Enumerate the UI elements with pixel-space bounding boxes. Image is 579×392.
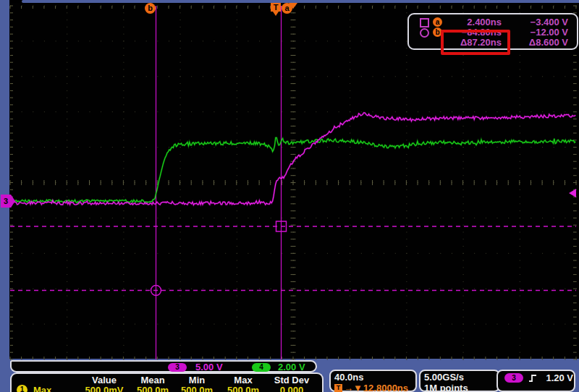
measurement-source-badge[interactable]: 1: [17, 385, 28, 392]
meas-header-mean: Mean: [127, 375, 178, 385]
trigger-position-icon: [289, 3, 297, 9]
rising-edge-icon: [528, 373, 538, 383]
cursor-a-volt: −3.400 V: [503, 17, 568, 27]
trigger-level-value: 1.20 V: [541, 372, 573, 383]
record-length: 1M points: [424, 383, 499, 392]
channel-4-badge[interactable]: 4: [252, 363, 271, 372]
delay-arrow-icon: →▼: [344, 383, 363, 392]
meas-value: 500.0mV: [77, 385, 132, 392]
sample-rate: 5.00GS/s: [424, 372, 499, 383]
cursor-a-square-icon: [420, 18, 429, 27]
timebase-scale: 40.0ns: [334, 372, 415, 383]
meas-header-stddev: Std Dev: [266, 375, 317, 385]
meas-stddev: 0.000: [264, 385, 319, 392]
trigger-level-arrow-icon[interactable]: [569, 189, 576, 197]
trigger-source-badge: 3: [504, 373, 523, 383]
meas-header-value: Value: [79, 375, 130, 385]
meas-header-min: Min: [172, 375, 222, 385]
meas-max: 500.0m: [216, 385, 271, 392]
cursor-b-circle-icon: [420, 28, 429, 38]
trigger-t-flag: T: [271, 3, 281, 12]
timebase-delay-row: T→▼12.8000ns: [334, 383, 415, 392]
timebase-delay: 12.8000ns: [363, 383, 408, 392]
channel-scale-bar: 3 5.00 V 4 2.00 V: [10, 360, 317, 372]
cursor-delta-volt: Δ8.600 V: [503, 38, 568, 48]
horizontal-settings-box[interactable]: 40.0ns T→▼12.8000ns: [329, 370, 417, 392]
waveform-display: [0, 0, 579, 392]
acquisition-box[interactable]: 5.00GS/s 1M points: [419, 370, 500, 392]
measurement-table: Value Mean Min Max Std Dev 1 Max 500.0mV…: [10, 372, 324, 392]
cursor-a-time: 2.400ns: [442, 17, 502, 27]
meas-header-max: Max: [218, 375, 269, 385]
highlight-annotation-rectangle: [441, 30, 510, 55]
trigger-settings-box[interactable]: 3 1.20 V: [496, 370, 575, 392]
cursor-b-volt: −12.00 V: [503, 27, 568, 38]
measurement-name[interactable]: Max: [33, 385, 51, 392]
trigger-t-icon: T: [334, 384, 342, 392]
cursor-b-marker[interactable]: b: [145, 3, 156, 14]
oscilloscope-screen: b T a 3 a 2.400ns −3.400 V b −84.80ns −1…: [0, 0, 579, 392]
channel-4-scale[interactable]: 2.00 V: [278, 362, 305, 372]
cursor-a-badge: a: [433, 17, 442, 27]
channel-3-scale[interactable]: 5.00 V: [195, 362, 223, 372]
cursor-a-row: a 2.400ns −3.400 V: [409, 17, 574, 27]
channel-3-badge[interactable]: 3: [168, 363, 187, 372]
trigger-t-flag-point-icon: [273, 12, 279, 16]
